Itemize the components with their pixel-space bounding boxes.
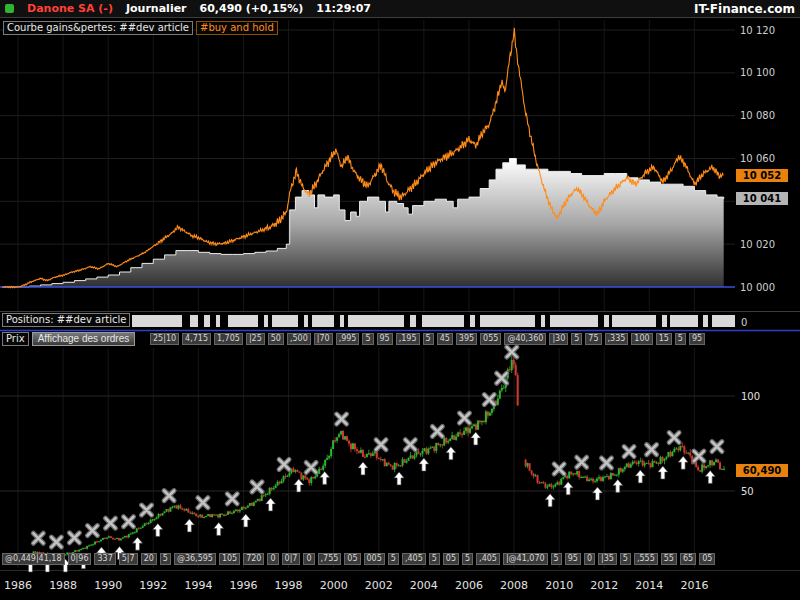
x-axis-year-label: 1996 xyxy=(229,579,257,592)
order-annotation: 337 xyxy=(94,553,115,565)
charts-canvas[interactable]: 10 12010 10010 08010 06010 02010 0000100… xyxy=(0,0,800,600)
positions-legend: Positions: ##dev article xyxy=(2,313,130,327)
title-bar: Danone SA (-) Journalier 60,490 (+0,15%)… xyxy=(0,0,800,18)
equity-axis-label: 10 120 xyxy=(740,25,775,36)
positions-label[interactable]: Positions: ##dev article xyxy=(2,313,130,327)
order-annotation: 1,705 xyxy=(214,333,243,345)
order-annotation: ,500 xyxy=(287,333,311,345)
equity-curve-label[interactable]: Courbe gains&pertes: ##dev article xyxy=(3,21,193,35)
order-annotation: |30 xyxy=(549,333,568,345)
connection-status-icon xyxy=(5,4,14,13)
x-axis-year-label: 1986 xyxy=(4,579,32,592)
instrument-name[interactable]: Danone SA (-) xyxy=(27,2,113,15)
price-legend: Prix Affichage des ordres xyxy=(2,332,135,346)
show-orders-button[interactable]: Affichage des ordres xyxy=(32,332,136,346)
order-annotation: 95 xyxy=(565,553,581,565)
timeframe-label[interactable]: Journalier xyxy=(126,2,187,15)
buy-arrow-icon xyxy=(320,471,330,484)
buy-arrow-icon xyxy=(705,470,715,483)
buy-arrow-icon xyxy=(241,514,251,527)
order-annotation: 05 xyxy=(699,553,715,565)
buy-arrow-icon xyxy=(678,456,688,469)
order-annotation: 055 xyxy=(480,333,501,345)
order-annotation: 5 xyxy=(462,553,473,565)
buy-arrow-icon xyxy=(592,487,602,500)
order-annotation: ,335 xyxy=(605,333,629,345)
price-axis-label: 100 xyxy=(741,391,760,402)
buy-hold-label[interactable]: #buy and hold xyxy=(196,21,278,35)
order-annotation: 5 xyxy=(388,553,399,565)
order-annotation: 0 xyxy=(584,553,595,565)
strategy-value-badge: 10 041 xyxy=(736,192,788,205)
order-annotation: 105 xyxy=(219,553,240,565)
order-annotation: |@41,070 xyxy=(503,553,548,565)
order-annotation: 55 xyxy=(661,553,677,565)
buy-arrow-icon xyxy=(358,462,368,475)
x-axis-year-label: 2014 xyxy=(635,579,663,592)
x-axis-year-label: 1998 xyxy=(275,579,303,592)
equity-axis-label: 10 100 xyxy=(740,67,775,78)
order-annotations-row-bottom: @0,449|41,180|963375|7205@36,59510572000… xyxy=(2,553,742,567)
price-panel-label[interactable]: Prix xyxy=(2,332,29,346)
order-annotation: @36,595 xyxy=(174,553,216,565)
equity-axis-label: 10 000 xyxy=(740,282,775,293)
buy-arrow-icon xyxy=(394,472,404,485)
x-axis-year-label: 2016 xyxy=(680,579,708,592)
x-axis-year-label: 2008 xyxy=(500,579,528,592)
order-annotation: 0 xyxy=(267,553,278,565)
last-quote: 60,490 (+0,15%) xyxy=(200,2,304,15)
equity-chart[interactable]: 10 12010 10010 08010 06010 02010 000 xyxy=(0,20,800,312)
buy-arrow-icon xyxy=(471,432,481,445)
buy-arrow-icon xyxy=(153,523,163,536)
buy-arrow-icon xyxy=(266,498,276,511)
buy-arrow-icon xyxy=(563,482,573,495)
x-axis-year-label: 1990 xyxy=(94,579,122,592)
equity-axis-label: 10 060 xyxy=(740,153,775,164)
x-axis-year-label: 2006 xyxy=(455,579,483,592)
x-axis-year-label: 1992 xyxy=(139,579,167,592)
order-annotation: 5|7 xyxy=(119,553,138,565)
order-annotation: |35 xyxy=(598,553,617,565)
order-annotation: 100 xyxy=(631,333,652,345)
brand-link[interactable]: IT-Finance.com xyxy=(694,2,795,16)
order-annotation: 05 xyxy=(344,553,360,565)
last-price-badge: 60,490 xyxy=(736,464,788,477)
order-annotation: 15 xyxy=(656,333,672,345)
order-annotation: 45 xyxy=(437,333,453,345)
order-annotation: 5 xyxy=(571,333,582,345)
order-annotation: 95 xyxy=(689,333,705,345)
order-annotation: 5 xyxy=(551,553,562,565)
buy-arrow-icon xyxy=(184,519,194,532)
order-annotation: |25 xyxy=(246,333,265,345)
order-annotation: 05 xyxy=(443,553,459,565)
buy-arrow-icon xyxy=(545,494,555,507)
order-annotation: ,555 xyxy=(634,553,658,565)
buy-arrow-icon xyxy=(446,447,456,460)
positions-axis-label: 0 xyxy=(741,317,747,328)
order-annotation: 5 xyxy=(429,553,440,565)
order-annotation: 5 xyxy=(423,333,434,345)
order-annotation: 20 xyxy=(141,553,157,565)
order-annotation: @0,449|41,18 xyxy=(2,553,65,565)
clock: 11:29:07 xyxy=(316,2,371,15)
order-annotations-row-top: 25|104,7151,705|2550,500|70,995595,19554… xyxy=(150,333,740,347)
x-axis-year-label: 2010 xyxy=(545,579,573,592)
order-annotation: 395 xyxy=(456,333,477,345)
equity-axis-label: 10 020 xyxy=(740,239,775,250)
order-annotation: ,995 xyxy=(336,333,360,345)
x-axis-year-label: 2012 xyxy=(590,579,618,592)
buy-arrow-icon xyxy=(635,470,645,483)
order-annotation: 0|7 xyxy=(282,553,301,565)
buy-arrow-icon xyxy=(613,479,623,492)
order-annotation: 4,715 xyxy=(182,333,211,345)
order-annotation: 0 xyxy=(303,553,314,565)
x-axis-year-label: 1988 xyxy=(49,579,77,592)
order-annotation: 50 xyxy=(268,333,284,345)
x-axis-year-label: 2000 xyxy=(320,579,348,592)
order-annotation: 5 xyxy=(620,553,631,565)
x-axis-year-label: 2004 xyxy=(410,579,438,592)
price-axis-label: 50 xyxy=(741,486,754,497)
buy-arrow-icon xyxy=(294,479,304,492)
order-annotation: 75 xyxy=(585,333,601,345)
buy-arrow-icon xyxy=(419,458,429,471)
